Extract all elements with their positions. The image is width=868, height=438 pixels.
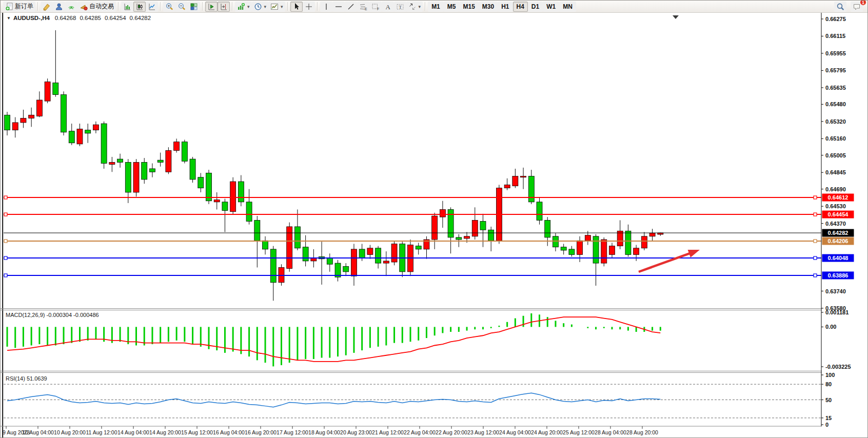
text-button[interactable]: A (382, 2, 394, 12)
text-icon: A (384, 3, 392, 11)
label-button[interactable]: T (394, 2, 406, 12)
chevron-down-icon[interactable]: ▾ (281, 4, 283, 9)
line-handle[interactable] (4, 256, 7, 260)
candle-body (254, 220, 260, 241)
line-handle[interactable] (4, 274, 7, 277)
line-handle[interactable] (4, 240, 7, 243)
tf-m30-button[interactable]: M30 (479, 2, 498, 12)
rsi-tick-label: 50 (825, 397, 832, 403)
candle-body (214, 200, 220, 202)
price-tick-label: 0.65320 (825, 118, 846, 125)
candle-body (45, 82, 50, 101)
line-handle[interactable] (4, 213, 7, 216)
candle-body (553, 236, 558, 247)
candle-body (416, 246, 421, 249)
tf-m15-button[interactable]: M15 (459, 2, 478, 12)
price-tick-label: 0.65160 (825, 135, 846, 142)
search-icon (836, 3, 844, 11)
vertical-line-button[interactable] (320, 2, 332, 12)
cursor-button[interactable] (290, 2, 303, 12)
auto-scroll-button[interactable] (205, 2, 218, 12)
candle-body (625, 231, 631, 254)
horizontal-line-button[interactable] (332, 2, 345, 12)
notification-badge: 1 (860, 0, 866, 6)
rsi-label: RSI(14) 51.0639 (6, 375, 47, 382)
candle-body (351, 249, 357, 276)
periods-button[interactable]: ▾ (252, 2, 269, 12)
line-handle[interactable] (814, 196, 817, 199)
candle-body (230, 182, 236, 212)
line-handle[interactable] (814, 274, 817, 277)
tf-d1-button[interactable]: D1 (528, 2, 543, 12)
candle-body (376, 248, 381, 263)
chevron-down-icon[interactable]: ▾ (264, 4, 267, 9)
candle-body (528, 176, 534, 202)
tf-w1-button[interactable]: W1 (543, 2, 559, 12)
candle-body (561, 247, 566, 250)
macd-tick-label: 0.00 (825, 324, 836, 330)
fibonacci-button[interactable]: E (357, 2, 369, 12)
price-tick-label: 0.64690 (825, 186, 846, 192)
candle-body (480, 221, 486, 230)
label-icon: T (396, 3, 404, 11)
candlestick-icon (135, 3, 144, 11)
shapes-button[interactable]: ▾ (406, 2, 423, 12)
candle-body (303, 247, 308, 261)
time-tick-label: 16 Aug 04:00 (213, 429, 245, 435)
line-handle[interactable] (814, 256, 817, 260)
trendline-button[interactable] (345, 2, 357, 12)
channel-icon: F (371, 3, 380, 11)
time-tick-label: 15 Aug 12:00 (181, 429, 213, 435)
tf-m5-button[interactable]: M5 (444, 2, 460, 12)
chart-header: ▼AUDUSD-,H40.642680.642850.642540.64282 (7, 15, 154, 21)
time-tick-label: 20 Aug 23:00 (340, 429, 372, 435)
tile-windows-icon (190, 3, 198, 11)
low-value: 0.64254 (105, 15, 126, 21)
rsi-tick-label: 15 (825, 415, 832, 421)
toolbar-separator (425, 2, 426, 11)
toolbar-separator (317, 2, 318, 11)
zoom-in-button[interactable] (163, 2, 175, 12)
line-handle[interactable] (814, 240, 817, 243)
signals-button[interactable] (65, 2, 77, 12)
community-button[interactable] (53, 2, 65, 12)
tf-h4-button[interactable]: H4 (513, 2, 528, 12)
autotrading-button[interactable]: 自动交易 (77, 2, 116, 12)
line-chart-button[interactable] (146, 2, 158, 12)
svg-text:F: F (377, 7, 379, 11)
chevron-down-icon[interactable]: ▾ (419, 4, 421, 9)
zoom-out-button[interactable] (175, 2, 188, 12)
tf-h1-button-label: H1 (501, 3, 509, 10)
crosshair-button[interactable] (303, 2, 315, 12)
indicators-button[interactable]: ▾ (235, 2, 252, 12)
tile-windows-button[interactable] (188, 2, 200, 12)
bar-chart-button[interactable] (121, 2, 133, 12)
chart-shift-button[interactable] (218, 2, 230, 12)
line-handle[interactable] (4, 196, 7, 199)
templates-button[interactable]: ▾ (268, 2, 285, 12)
time-tick-label: 14 Aug 20:00 (149, 429, 181, 435)
time-tick-label: 10 Aug 20:00 (54, 429, 86, 435)
candle-body (601, 240, 607, 263)
price-tick-label: 0.65005 (825, 152, 846, 158)
time-tick-label: 16 Aug 20:00 (245, 429, 277, 435)
svg-text:A: A (385, 3, 390, 11)
line-handle[interactable] (814, 213, 817, 216)
candlestick-button[interactable] (133, 2, 146, 12)
tf-h1-button[interactable]: H1 (498, 2, 512, 12)
candle-body (109, 162, 115, 164)
time-tick-label: 28 Aug 20:00 (626, 429, 658, 435)
candle-body (593, 236, 599, 263)
search-button[interactable] (834, 2, 846, 12)
tf-m1-button[interactable]: M1 (428, 2, 444, 12)
channel-button[interactable]: F (369, 2, 382, 12)
styles-button[interactable] (41, 2, 53, 12)
time-tick-label: 10 Aug 04:00 (22, 429, 54, 435)
toolbar-separator (37, 2, 38, 11)
collapse-icon[interactable]: ▼ (7, 16, 11, 21)
candle-body (5, 115, 10, 130)
tf-mn-button[interactable]: MN (559, 2, 576, 12)
symbol-label: AUDUSD-,H4 (13, 15, 50, 21)
new-order-button[interactable]: 新订单 (3, 2, 35, 12)
chevron-down-icon[interactable]: ▾ (247, 4, 250, 9)
